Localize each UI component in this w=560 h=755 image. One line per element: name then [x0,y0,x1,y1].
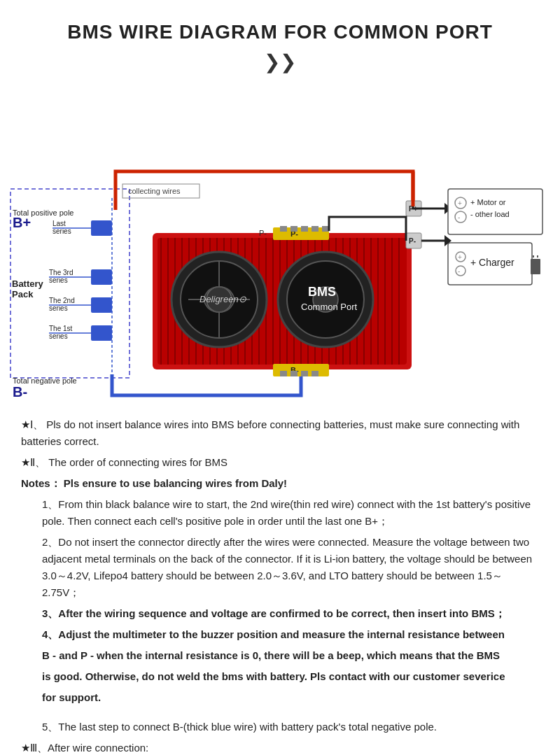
svg-rect-85 [290,371,298,376]
svg-text:+ Motor or: + Motor or [470,198,506,206]
svg-text:Deligreen⊙: Deligreen⊙ [200,294,246,304]
svg-text:Pack: Pack [12,289,34,299]
svg-text:Common Port: Common Port [301,302,358,312]
svg-text:-: - [458,267,460,275]
instruction-item3: 3、After the wiring sequence and voltage … [21,605,539,622]
svg-rect-86 [301,371,308,376]
svg-text:P-: P- [409,237,416,245]
instruction-item5: 5、The last step to connect B-(thick blue… [21,719,539,735]
svg-rect-110 [531,259,540,274]
instruction-item4: 4、Adjust the multimeter to the buzzer po… [21,626,539,714]
svg-text:The 1st: The 1st [49,325,73,332]
svg-text:collecting wires: collecting wires [128,187,181,195]
svg-rect-78 [290,226,298,232]
svg-text:BMS: BMS [308,285,336,299]
svg-rect-77 [280,226,287,232]
svg-text:P-: P- [259,229,267,237]
instruction-item1: 1、From thin black balance wire to start,… [21,496,539,530]
instruction-star2: ★Ⅱ、 The order of connecting wires for BM… [21,454,539,471]
svg-text:B+: B+ [13,215,31,230]
instruction-notes: Notes： Pls ensure to use balancing wires… [21,475,539,492]
svg-rect-8 [91,269,112,285]
svg-text:+ Charger: + Charger [470,257,514,268]
svg-rect-4 [91,220,112,236]
svg-text:+: + [458,253,462,261]
instruction-star1: ★Ⅰ、 Pls do not insert balance wires into… [21,416,539,450]
page-title: BMS WIRE DIAGRAM FOR COMMON PORT [0,0,560,50]
svg-rect-84 [280,371,287,376]
svg-rect-16 [91,325,112,341]
instruction-item2: 2、Do not insert the connector directly a… [21,534,539,601]
chevron-down-icon: ❯❯ [0,50,560,73]
svg-rect-12 [91,297,112,313]
svg-rect-80 [312,226,318,232]
svg-text:Last: Last [52,220,66,227]
svg-text:The 3rd: The 3rd [49,269,73,276]
svg-text:+: + [458,199,462,207]
instructions-section: ★Ⅰ、 Pls do not insert balance wires into… [0,402,560,755]
diagram-area: Battery Pack Last series The 3rd series … [0,80,560,402]
svg-rect-87 [312,371,318,376]
svg-text:The 2nd: The 2nd [49,297,75,304]
svg-text:B-: B- [13,384,27,400]
svg-text:- other load: - other load [470,210,510,218]
svg-rect-79 [301,226,308,232]
instruction-star3: ★Ⅲ、After wire connection: [21,740,539,755]
svg-text:-: - [458,213,460,221]
svg-text:Battery: Battery [12,278,44,289]
wiring-diagram: Battery Pack Last series The 3rd series … [0,80,560,402]
